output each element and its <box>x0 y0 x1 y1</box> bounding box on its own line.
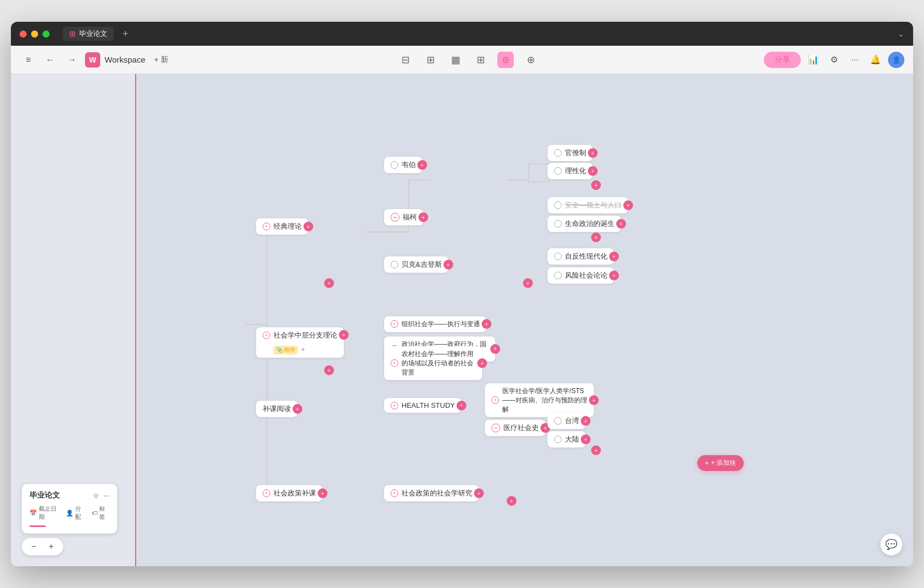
expand-icon[interactable]: + <box>263 332 270 339</box>
add-child-buchang[interactable]: + <box>293 404 302 414</box>
add-child-guanliao[interactable]: + <box>588 148 598 158</box>
node-zhongjian[interactable]: + 社会学中层分支理论 📎 附件 + + <box>256 327 344 358</box>
node-fengxian[interactable]: 风险社会论论 + <box>548 267 614 284</box>
sidebar-toggle-button[interactable]: ≡ <box>20 51 37 69</box>
node-lixinghua[interactable]: 理性化 + <box>548 163 593 179</box>
node-guanliao[interactable]: 官僚制 + <box>548 145 593 161</box>
add-child-fuke[interactable]: + <box>418 212 428 222</box>
view-list-icon[interactable]: ⊟ <box>397 52 414 68</box>
add-child-nongcun[interactable]: + <box>477 358 487 368</box>
add-icon: + <box>705 460 709 467</box>
mindmap: + 经典理论 + 韦伯 + 官僚制 <box>136 74 913 566</box>
more-icon[interactable]: ··· <box>847 52 863 68</box>
add-weber-child[interactable]: + <box>591 180 601 190</box>
avatar[interactable]: 👤 <box>888 52 904 68</box>
node-shehui-yanjiu[interactable]: + 社会政策的社会学研究 + <box>384 485 479 501</box>
analytics-icon[interactable]: 📊 <box>805 52 822 68</box>
node-shengming[interactable]: 生命政治的诞生 + <box>548 216 621 232</box>
add-shehui-child[interactable]: + <box>507 496 516 506</box>
expand-icon[interactable]: + <box>491 396 499 404</box>
node-circle <box>554 201 562 209</box>
chat-button[interactable]: 💬 <box>880 534 902 555</box>
node-yiliao[interactable]: − 医疗社会史 + <box>485 420 545 436</box>
node-fuke[interactable]: − 福柯 + <box>384 209 423 225</box>
add-child-dalu[interactable]: + <box>581 434 591 444</box>
view-calendar-icon[interactable]: ▦ <box>447 52 464 68</box>
assign-action[interactable]: 👤 分配 <box>66 505 85 521</box>
add-child-zhongjian[interactable]: + <box>339 330 349 340</box>
more-button[interactable]: ··· <box>104 492 110 500</box>
view-mindmap-icon[interactable]: ⊛ <box>497 52 514 68</box>
add-child-beck[interactable]: + <box>443 260 453 270</box>
node-jingdian[interactable]: + 经典理论 + <box>256 218 308 235</box>
add-beck-child[interactable]: + <box>523 278 533 288</box>
toolbar-left: ≡ ← → W Workspace + 新 <box>20 51 173 69</box>
node-taiwan[interactable]: 台湾 + <box>548 413 586 429</box>
tab-biyeluwen[interactable]: ⊞ 毕业论文 <box>63 27 114 41</box>
workspace-initial: W <box>89 56 96 64</box>
new-tab-button[interactable]: + <box>123 28 129 40</box>
expand-dash[interactable]: − <box>491 424 500 432</box>
view-other-icon[interactable]: ⊕ <box>522 52 539 68</box>
add-child-shehui-yanjiu[interactable]: + <box>474 488 484 498</box>
node-fansi[interactable]: 自反性现代化 + <box>548 248 614 265</box>
add-yiliao-child[interactable]: + <box>591 445 601 455</box>
add-child-fengxian[interactable]: + <box>609 271 619 280</box>
settings-icon[interactable]: ⚙ <box>826 52 842 68</box>
node-buchang[interactable]: 补课阅读 + <box>256 401 297 417</box>
view-table-icon[interactable]: ⊞ <box>472 52 489 68</box>
node-anquan[interactable]: 安全—领土与人口 + <box>548 197 628 213</box>
view-columns-icon[interactable]: ⊞ <box>422 52 439 68</box>
toolbar-center: ⊟ ⊞ ▦ ⊞ ⊛ ⊕ <box>177 52 759 68</box>
node-shehui-buchang[interactable]: + 社会政策补课 + <box>256 485 323 501</box>
tag-action[interactable]: 🏷 标签 <box>92 505 110 521</box>
maximize-button[interactable] <box>42 30 50 38</box>
minimize-button[interactable] <box>31 30 38 38</box>
add-child-zhengzhi[interactable]: + <box>490 344 500 354</box>
zoom-out-button[interactable]: − <box>28 541 39 552</box>
node-zuzhi[interactable]: + 组织社会学——执行与变通 + <box>384 316 487 332</box>
share-button[interactable]: 分享 <box>764 52 801 68</box>
expand-icon[interactable]: + <box>391 489 398 497</box>
star-button[interactable]: ☆ <box>93 492 99 500</box>
add-child-taiwan[interactable]: + <box>581 416 591 426</box>
node-circle <box>554 272 562 279</box>
add-child-fansi[interactable]: + <box>609 252 619 261</box>
zoom-in-button[interactable]: + <box>46 541 57 552</box>
deadline-action[interactable]: 📅 截止日期 <box>29 505 59 521</box>
add-zhongjian-child[interactable]: + <box>324 365 334 375</box>
node-dalu[interactable]: 大陆 + <box>548 431 586 448</box>
add-child-lixinghua[interactable]: + <box>588 166 598 176</box>
forward-button[interactable]: → <box>63 51 81 69</box>
add-child-weber[interactable]: + <box>417 160 427 170</box>
add-child-shehui[interactable]: + <box>318 488 327 498</box>
expand-icon[interactable]: + <box>391 402 398 409</box>
add-child-anquan[interactable]: + <box>623 200 633 210</box>
add-fuke-child[interactable]: + <box>591 232 601 242</box>
add-child-yixue[interactable]: + <box>589 395 599 405</box>
node-nongcun[interactable]: + 农村社会学——理解作用的场域以及行动者的社会背景 + <box>384 346 482 380</box>
expand-icon[interactable]: + <box>263 223 270 230</box>
new-button[interactable]: + 新 <box>150 53 173 67</box>
back-button[interactable]: ← <box>41 51 59 69</box>
add-block-button[interactable]: + + 添加块 <box>697 455 744 471</box>
node-beck[interactable]: 贝克&吉登斯 + <box>384 256 448 273</box>
tab-icon: ⊞ <box>69 29 76 38</box>
expand-dash[interactable]: − <box>391 213 399 222</box>
add-child-zuzhi[interactable]: + <box>482 319 491 329</box>
expand-icon[interactable]: + <box>391 359 398 367</box>
node-health[interactable]: + HEALTH STUDY + <box>384 398 461 413</box>
add-child-shengming[interactable]: + <box>616 219 626 229</box>
expand-icon[interactable]: + <box>263 489 270 497</box>
add-tag-button[interactable]: + <box>301 346 305 354</box>
toolbar-right: 分享 📊 ⚙ ··· 🔔 👤 <box>764 52 904 68</box>
add-child-icon[interactable]: + <box>303 222 313 231</box>
tag-icon: 🏷 <box>92 510 98 516</box>
expand-icon[interactable]: + <box>391 320 398 328</box>
add-child-health[interactable]: + <box>457 401 466 411</box>
add-jingdian-child[interactable]: + <box>324 278 334 288</box>
workspace-logo: W <box>85 52 100 68</box>
node-weber[interactable]: 韦伯 + <box>384 157 422 173</box>
close-button[interactable] <box>20 30 27 38</box>
notification-icon[interactable]: 🔔 <box>867 52 884 68</box>
